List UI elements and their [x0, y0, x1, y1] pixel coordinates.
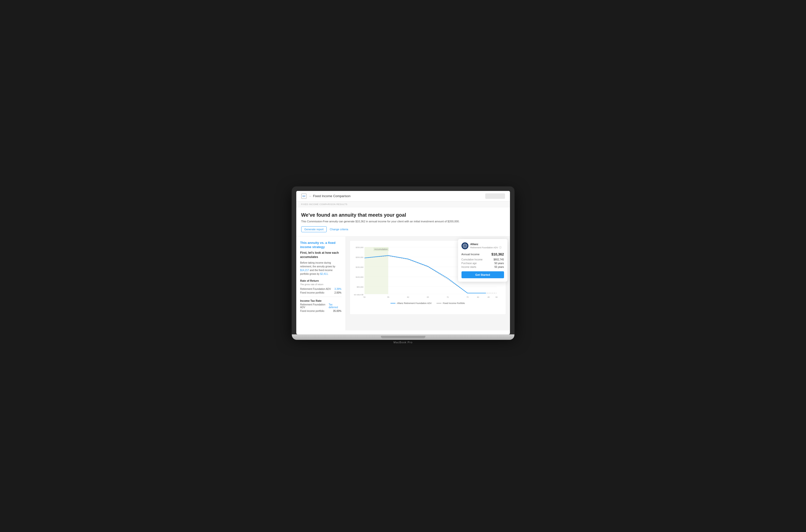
fixed-income-value: 2.00%: [334, 291, 341, 294]
info-icon[interactable]: ⓘ: [499, 246, 502, 249]
card-company-name: Allianz: [471, 243, 502, 246]
svg-text:60: 60: [407, 296, 409, 298]
svg-point-24: [464, 245, 466, 247]
laptop-base: [292, 335, 514, 340]
app-header: dpl ← Fixed Income Comparison: [296, 191, 510, 202]
svg-text:85: 85: [487, 296, 490, 298]
fixed-income-tax-label: Fixed income portfolio: [300, 310, 325, 312]
divider: [300, 297, 342, 297]
laptop-container: dpl ← Fixed Income Comparison FIXED INCO…: [292, 187, 514, 346]
income-starts-label: Income starts: [461, 266, 476, 268]
panel-subheading: First, let's look at how each accumulate…: [300, 251, 342, 259]
panel-description: Before taking income during retirement, …: [300, 261, 342, 276]
svg-text:90: 90: [495, 296, 497, 298]
generate-report-button[interactable]: Generate report: [301, 226, 327, 232]
panel-heading: This annuity vs. a fixed income strategy: [300, 241, 342, 249]
hero-description: This Commission-Free annuity can generat…: [301, 220, 505, 224]
fixed-income-row: Fixed income portfolio 2.00%: [300, 291, 342, 294]
svg-text:70: 70: [446, 296, 448, 298]
card-metrics: Annual Income $10,362 Cumulative Income …: [461, 252, 504, 268]
svg-text:$150,000: $150,000: [356, 266, 363, 268]
annual-income-value: $10,362: [492, 252, 504, 256]
change-criteria-button[interactable]: Change criteria: [330, 228, 348, 231]
svg-text:$100,000: $100,000: [356, 276, 363, 278]
retirement-tax-row: Retirement Foundation ADV Tax deferred: [300, 303, 342, 309]
back-navigation[interactable]: ← Fixed Income Comparison: [309, 194, 351, 198]
income-tax-label: Income Tax Rate: [300, 299, 342, 302]
header-title: Fixed Income Comparison: [313, 194, 351, 198]
cumulative-income-value: $802,745: [494, 258, 504, 261]
get-started-button[interactable]: Get Started: [461, 271, 504, 278]
svg-text:$250,000: $250,000: [356, 246, 363, 249]
left-panel: This annuity vs. a fixed income strategy…: [296, 236, 346, 330]
retirement-foundation-row: Retirement Foundation ADV 3.39%: [300, 288, 342, 290]
rate-of-return-label: Rate of Return: [300, 279, 342, 282]
breadcrumb: FIXED INCOME COMPARISON RESULTS: [296, 202, 510, 207]
accumulation-label: Accumulation: [373, 248, 389, 251]
retirement-tax-value: Tax deferred: [329, 303, 342, 309]
card-company-logo: [461, 242, 468, 249]
income-starts-row: Income starts 55 years: [461, 266, 504, 268]
legend-gray: Fixed Income Portfolio: [437, 302, 465, 304]
portfolio-growth: $2,411: [320, 272, 328, 275]
header-action-button[interactable]: [485, 193, 505, 199]
svg-text:80: 80: [477, 296, 479, 298]
income-starts-value: 55 years: [494, 266, 504, 268]
app-container: dpl ← Fixed Income Comparison FIXED INCO…: [296, 191, 510, 335]
purchase-age-row: Purchase age 50 years: [461, 262, 504, 265]
svg-text:75: 75: [466, 296, 468, 298]
rate-of-return-sublabel: The gross rate of return: [300, 283, 342, 286]
svg-text:Client's age: Client's age: [463, 299, 472, 299]
hero-title: We've found an annuity that meets your g…: [301, 212, 505, 218]
fixed-income-label: Fixed income portfolio: [300, 291, 325, 294]
cumulative-income-row: Cumulative Income $802,745: [461, 258, 504, 261]
macbook-label: MacBook Pro: [292, 340, 514, 346]
annuity-growth: $14,217: [300, 269, 309, 271]
svg-text:$200,000: $200,000: [356, 256, 363, 259]
retirement-foundation-label: Retirement Foundation ADV: [300, 288, 331, 290]
chart-legend: Allianz Retirement Foundation ADV Fixed …: [354, 302, 502, 304]
main-content: This annuity vs. a fixed income strategy…: [296, 236, 510, 330]
svg-text:Total value $0: Total value $0: [354, 293, 363, 296]
retirement-foundation-value: 3.39%: [334, 288, 341, 290]
screen-bezel: dpl ← Fixed Income Comparison FIXED INCO…: [292, 187, 514, 335]
legend-blue-line: [390, 303, 396, 303]
floating-card: Allianz Retirement Foundation ADV ⓘ Annu…: [458, 239, 507, 282]
laptop-screen: dpl ← Fixed Income Comparison FIXED INCO…: [296, 191, 510, 335]
card-header: Allianz Retirement Foundation ADV ⓘ: [461, 242, 504, 249]
hero-actions: Generate report Change criteria: [301, 226, 505, 232]
hero-section: We've found an annuity that meets your g…: [296, 207, 510, 237]
fixed-income-tax-row: Fixed income portfolio 35.00%: [300, 310, 342, 312]
legend-gray-line: [437, 303, 441, 303]
fixed-income-tax-value: 35.00%: [333, 310, 342, 312]
header-right-actions: [485, 193, 505, 199]
card-product-info: Allianz Retirement Foundation ADV ⓘ: [471, 243, 502, 249]
cumulative-income-label: Cumulative Income: [461, 258, 483, 261]
annual-income-label: Annual Income: [461, 253, 480, 256]
svg-text:65: 65: [427, 296, 428, 298]
svg-text:50: 50: [363, 296, 365, 298]
purchase-age-label: Purchase age: [461, 262, 477, 265]
svg-text:$50,000: $50,000: [357, 286, 363, 288]
purchase-age-value: 50 years: [494, 262, 504, 265]
svg-point-23: [463, 244, 467, 248]
svg-rect-12: [364, 247, 388, 294]
legend-blue: Allianz Retirement Foundation ADV: [390, 302, 431, 304]
retirement-tax-label: Retirement Foundation ADV: [300, 303, 329, 309]
laptop-notch: [381, 336, 425, 338]
svg-text:55: 55: [387, 296, 389, 298]
app-logo: dpl: [301, 193, 307, 199]
card-product-name: Retirement Foundation ADV ⓘ: [471, 246, 502, 249]
annual-income-row: Annual Income $10,362: [461, 252, 504, 256]
